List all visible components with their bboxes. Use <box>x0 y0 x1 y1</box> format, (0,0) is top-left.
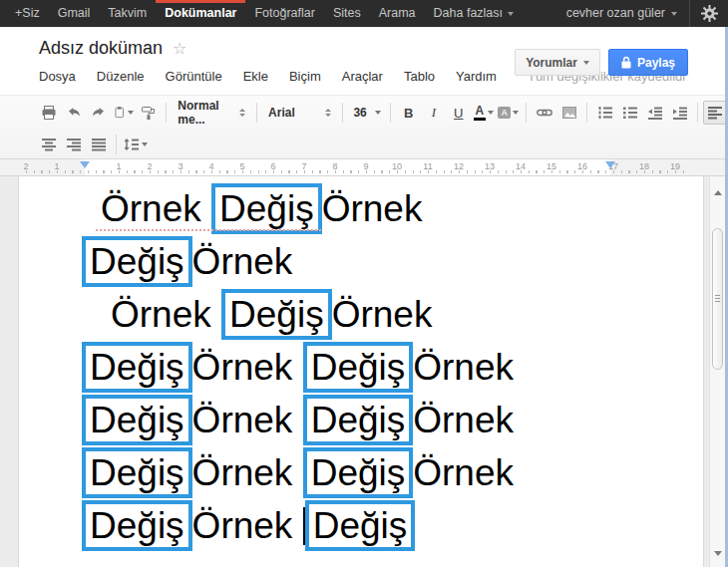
document-page[interactable]: Örnek DeğişÖrnekDeğişÖrnekÖrnek DeğişÖrn… <box>18 176 704 567</box>
doc-line-5[interactable]: DeğişÖrnek DeğişÖrnek <box>19 394 703 446</box>
separator <box>256 103 257 123</box>
document-header: Adsız doküman ☆ Yorumlar Paylaş DosyaDüz… <box>0 27 728 95</box>
top-bar-right: cevher ozan güler <box>554 0 728 27</box>
share-button[interactable]: Paylaş <box>608 49 688 76</box>
doc-line-2[interactable]: DeğişÖrnek <box>19 235 703 288</box>
top-nav-item-foto-raflar[interactable]: Fotoğraflar <box>245 0 323 27</box>
clipboard-icon <box>113 105 126 121</box>
highlighted-word-box: Değiş <box>82 395 192 445</box>
top-nav-item-sites[interactable]: Sites <box>324 0 370 27</box>
align-center-button[interactable] <box>36 133 61 156</box>
font-value: Arial <box>268 106 316 120</box>
document-title[interactable]: Adsız doküman <box>39 38 163 59</box>
toolbar: Normal me... Arial 36 B I U A A <box>0 95 728 159</box>
menu-dosya[interactable]: Dosya <box>39 69 76 84</box>
highlighted-word-box: Değiş <box>303 395 414 445</box>
text-color-button[interactable]: A <box>471 101 496 125</box>
bold-button[interactable]: B <box>396 101 421 125</box>
share-label: Paylaş <box>637 56 675 70</box>
top-nav-item--siz[interactable]: +Siz <box>6 0 49 27</box>
ruler-number: 5 <box>232 161 252 171</box>
account-menu[interactable]: cevher ozan güler <box>554 0 689 27</box>
menu-ekle[interactable]: Ekle <box>243 69 268 84</box>
doc-line-3[interactable]: Örnek DeğişÖrnek <box>19 288 703 341</box>
doc-line-1[interactable]: Örnek DeğişÖrnek <box>19 182 703 235</box>
scroll-down-button[interactable] <box>710 545 725 561</box>
chevron-down-icon <box>508 12 514 16</box>
underline-button[interactable]: U <box>446 101 471 125</box>
top-nav-item-arama[interactable]: Arama <box>370 0 425 27</box>
top-nav-item-dok-manlar[interactable]: Dokümanlar <box>156 0 245 27</box>
font-select[interactable]: Arial <box>262 101 336 125</box>
redo-button[interactable] <box>86 101 111 125</box>
line-spacing-button[interactable] <box>122 133 150 156</box>
highlighted-word-box: Değiş <box>82 500 192 551</box>
insert-image-button[interactable] <box>556 101 581 125</box>
scroll-up-button[interactable] <box>710 184 725 200</box>
doc-line-7[interactable]: DeğişÖrnek Değiş <box>19 499 703 552</box>
doc-text: Örnek <box>332 294 433 335</box>
gear-icon <box>701 5 718 22</box>
numbered-list-button[interactable] <box>592 101 617 125</box>
undo-icon <box>66 105 82 121</box>
doc-text: Örnek <box>192 505 303 546</box>
insert-link-button[interactable] <box>532 101 556 125</box>
justify-button[interactable] <box>86 133 111 156</box>
top-nav-label: Takvim <box>108 0 147 27</box>
menu-tablo[interactable]: Tablo <box>404 69 435 84</box>
paint-format-button[interactable] <box>136 101 161 125</box>
doc-text: Örnek <box>192 400 303 440</box>
menu-ara-lar[interactable]: Araçlar <box>342 69 383 84</box>
updown-icon <box>239 109 245 117</box>
scrollbar-thumb[interactable] <box>712 228 723 370</box>
top-nav-label: Daha fazlası <box>434 0 503 27</box>
doc-text: Örnek <box>413 400 514 440</box>
style-select[interactable]: Normal me... <box>172 101 251 125</box>
ruler-number: 10 <box>387 161 407 171</box>
menu-d-zenle[interactable]: Düzenle <box>97 69 145 84</box>
lock-icon <box>621 56 631 69</box>
doc-line-6[interactable]: DeğişÖrnek DeğişÖrnek <box>19 446 703 499</box>
link-icon <box>537 105 552 121</box>
right-margin-marker[interactable] <box>605 161 615 168</box>
account-name: cevher ozan güler <box>566 0 665 27</box>
comments-label: Yorumlar <box>526 56 577 70</box>
menu-bi-im[interactable]: Biçim <box>289 69 321 84</box>
settings-button[interactable] <box>690 0 728 27</box>
align-right-button[interactable] <box>61 133 86 156</box>
top-nav-label: Sites <box>333 0 361 27</box>
comments-button[interactable]: Yorumlar <box>515 49 600 76</box>
indent-icon <box>672 105 688 121</box>
font-size-select[interactable]: 36 <box>347 101 385 125</box>
top-nav-item-gmail[interactable]: Gmail <box>49 0 100 27</box>
print-button[interactable] <box>36 101 61 125</box>
arrow-up-icon <box>714 190 722 195</box>
print-icon <box>41 105 57 121</box>
top-nav-item-takvim[interactable]: Takvim <box>99 0 156 27</box>
doc-text: Örnek <box>192 241 293 282</box>
star-icon[interactable]: ☆ <box>173 39 186 58</box>
undo-button[interactable] <box>61 101 86 125</box>
font-size-value: 36 <box>353 106 366 120</box>
separator <box>586 103 587 123</box>
vertical-scrollbar[interactable] <box>709 176 725 567</box>
web-clipboard-button[interactable] <box>111 101 136 125</box>
ruler[interactable]: 2112345678910111213141516171819 <box>0 159 728 176</box>
italic-button[interactable]: I <box>421 101 446 125</box>
decrease-indent-button[interactable] <box>642 101 667 125</box>
chevron-down-icon <box>375 111 381 115</box>
increase-indent-button[interactable] <box>667 101 692 125</box>
bullet-list-button[interactable] <box>617 101 642 125</box>
doc-line-4[interactable]: DeğişÖrnek DeğişÖrnek <box>19 341 703 394</box>
menu-g-r-nt-le[interactable]: Görüntüle <box>166 69 222 84</box>
left-margin-marker[interactable] <box>80 161 90 168</box>
toolbar-row-1: Normal me... Arial 36 B I U A A <box>0 96 728 130</box>
menu-yard-m[interactable]: Yardım <box>456 69 497 84</box>
doc-text: Örnek <box>101 188 211 229</box>
image-icon <box>561 105 577 121</box>
doc-text: Örnek <box>192 452 303 493</box>
top-nav-item-daha-fazlas-[interactable]: Daha fazlası <box>425 0 523 27</box>
chevron-down-icon <box>513 111 519 115</box>
highlight-color-button[interactable]: A <box>496 101 521 125</box>
separator <box>166 103 167 123</box>
